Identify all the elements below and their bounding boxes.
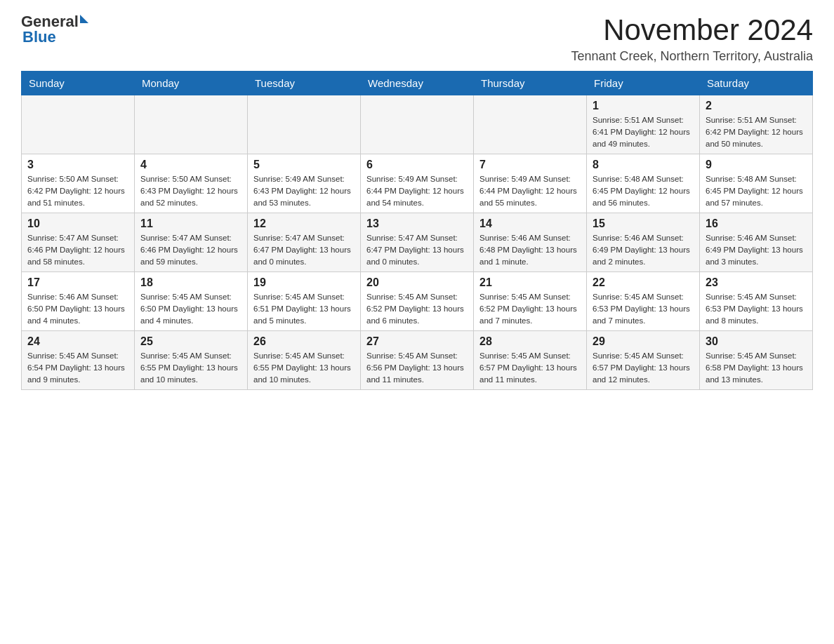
calendar-cell: 14Sunrise: 5:46 AM Sunset: 6:48 PM Dayli… bbox=[474, 213, 587, 272]
page-header: General Blue November 2024 Tennant Creek… bbox=[21, 14, 813, 64]
calendar-cell: 28Sunrise: 5:45 AM Sunset: 6:57 PM Dayli… bbox=[474, 331, 587, 390]
day-number: 27 bbox=[366, 335, 468, 348]
day-info: Sunrise: 5:51 AM Sunset: 6:42 PM Dayligh… bbox=[706, 114, 807, 149]
day-number: 11 bbox=[140, 217, 241, 230]
day-info: Sunrise: 5:45 AM Sunset: 6:53 PM Dayligh… bbox=[706, 291, 807, 326]
day-number: 30 bbox=[706, 335, 807, 348]
calendar-cell: 6Sunrise: 5:49 AM Sunset: 6:44 PM Daylig… bbox=[361, 154, 474, 213]
calendar-cell: 10Sunrise: 5:47 AM Sunset: 6:46 PM Dayli… bbox=[22, 213, 135, 272]
day-number: 12 bbox=[253, 217, 355, 230]
logo-blue-text: Blue bbox=[22, 28, 56, 46]
day-number: 1 bbox=[593, 100, 694, 112]
day-info: Sunrise: 5:50 AM Sunset: 6:42 PM Dayligh… bbox=[27, 173, 128, 208]
day-number: 14 bbox=[479, 217, 581, 230]
day-header-friday: Friday bbox=[587, 72, 700, 95]
day-number: 24 bbox=[27, 335, 128, 348]
day-info: Sunrise: 5:47 AM Sunset: 6:47 PM Dayligh… bbox=[253, 232, 355, 267]
day-info: Sunrise: 5:48 AM Sunset: 6:45 PM Dayligh… bbox=[706, 173, 807, 208]
day-number: 8 bbox=[593, 159, 694, 171]
day-number: 20 bbox=[366, 276, 468, 289]
logo-general-text: General bbox=[21, 14, 79, 29]
calendar-cell: 20Sunrise: 5:45 AM Sunset: 6:52 PM Dayli… bbox=[361, 272, 474, 331]
calendar-cell: 3Sunrise: 5:50 AM Sunset: 6:42 PM Daylig… bbox=[22, 154, 135, 213]
calendar-week-row: 24Sunrise: 5:45 AM Sunset: 6:54 PM Dayli… bbox=[22, 331, 813, 390]
calendar-cell: 16Sunrise: 5:46 AM Sunset: 6:49 PM Dayli… bbox=[700, 213, 813, 272]
month-title: November 2024 bbox=[571, 14, 814, 46]
day-info: Sunrise: 5:49 AM Sunset: 6:43 PM Dayligh… bbox=[253, 173, 355, 208]
day-number: 15 bbox=[593, 217, 694, 230]
day-info: Sunrise: 5:47 AM Sunset: 6:47 PM Dayligh… bbox=[366, 232, 468, 267]
calendar-cell: 17Sunrise: 5:46 AM Sunset: 6:50 PM Dayli… bbox=[22, 272, 135, 331]
day-info: Sunrise: 5:48 AM Sunset: 6:45 PM Dayligh… bbox=[593, 173, 694, 208]
day-header-monday: Monday bbox=[135, 72, 248, 95]
logo: General Blue bbox=[21, 14, 88, 45]
day-number: 9 bbox=[706, 159, 807, 171]
calendar-cell: 11Sunrise: 5:47 AM Sunset: 6:46 PM Dayli… bbox=[135, 213, 248, 272]
day-info: Sunrise: 5:46 AM Sunset: 6:50 PM Dayligh… bbox=[27, 291, 128, 326]
day-info: Sunrise: 5:45 AM Sunset: 6:52 PM Dayligh… bbox=[366, 291, 468, 326]
calendar-week-row: 3Sunrise: 5:50 AM Sunset: 6:42 PM Daylig… bbox=[22, 154, 813, 213]
day-info: Sunrise: 5:46 AM Sunset: 6:49 PM Dayligh… bbox=[706, 232, 807, 267]
calendar-cell: 19Sunrise: 5:45 AM Sunset: 6:51 PM Dayli… bbox=[248, 272, 361, 331]
day-info: Sunrise: 5:46 AM Sunset: 6:48 PM Dayligh… bbox=[479, 232, 581, 267]
day-number: 4 bbox=[140, 159, 241, 171]
location-subtitle: Tennant Creek, Northern Territory, Austr… bbox=[571, 49, 814, 64]
calendar-cell bbox=[474, 95, 587, 154]
day-number: 22 bbox=[593, 276, 694, 289]
day-info: Sunrise: 5:45 AM Sunset: 6:55 PM Dayligh… bbox=[253, 350, 355, 385]
calendar-cell: 30Sunrise: 5:45 AM Sunset: 6:58 PM Dayli… bbox=[700, 331, 813, 390]
calendar-cell: 2Sunrise: 5:51 AM Sunset: 6:42 PM Daylig… bbox=[700, 95, 813, 154]
day-info: Sunrise: 5:47 AM Sunset: 6:46 PM Dayligh… bbox=[140, 232, 241, 267]
calendar-cell: 15Sunrise: 5:46 AM Sunset: 6:49 PM Dayli… bbox=[587, 213, 700, 272]
calendar-cell bbox=[248, 95, 361, 154]
calendar-cell: 9Sunrise: 5:48 AM Sunset: 6:45 PM Daylig… bbox=[700, 154, 813, 213]
calendar-table: SundayMondayTuesdayWednesdayThursdayFrid… bbox=[21, 71, 813, 390]
day-info: Sunrise: 5:45 AM Sunset: 6:57 PM Dayligh… bbox=[593, 350, 694, 385]
calendar-cell: 22Sunrise: 5:45 AM Sunset: 6:53 PM Dayli… bbox=[587, 272, 700, 331]
day-number: 25 bbox=[140, 335, 241, 348]
day-info: Sunrise: 5:45 AM Sunset: 6:52 PM Dayligh… bbox=[479, 291, 581, 326]
calendar-cell bbox=[22, 95, 135, 154]
day-info: Sunrise: 5:45 AM Sunset: 6:53 PM Dayligh… bbox=[593, 291, 694, 326]
day-number: 28 bbox=[479, 335, 581, 348]
title-block: November 2024 Tennant Creek, Northern Te… bbox=[571, 14, 814, 64]
day-number: 6 bbox=[366, 159, 468, 171]
day-number: 10 bbox=[27, 217, 128, 230]
calendar-week-row: 10Sunrise: 5:47 AM Sunset: 6:46 PM Dayli… bbox=[22, 213, 813, 272]
day-number: 5 bbox=[253, 159, 355, 171]
calendar-cell: 29Sunrise: 5:45 AM Sunset: 6:57 PM Dayli… bbox=[587, 331, 700, 390]
calendar-cell: 27Sunrise: 5:45 AM Sunset: 6:56 PM Dayli… bbox=[361, 331, 474, 390]
day-info: Sunrise: 5:47 AM Sunset: 6:46 PM Dayligh… bbox=[27, 232, 128, 267]
day-number: 16 bbox=[706, 217, 807, 230]
day-info: Sunrise: 5:45 AM Sunset: 6:55 PM Dayligh… bbox=[140, 350, 241, 385]
day-number: 21 bbox=[479, 276, 581, 289]
day-info: Sunrise: 5:45 AM Sunset: 6:57 PM Dayligh… bbox=[479, 350, 581, 385]
day-number: 26 bbox=[253, 335, 355, 348]
calendar-cell: 18Sunrise: 5:45 AM Sunset: 6:50 PM Dayli… bbox=[135, 272, 248, 331]
day-number: 13 bbox=[366, 217, 468, 230]
day-info: Sunrise: 5:45 AM Sunset: 6:58 PM Dayligh… bbox=[706, 350, 807, 385]
day-number: 19 bbox=[253, 276, 355, 289]
day-info: Sunrise: 5:46 AM Sunset: 6:49 PM Dayligh… bbox=[593, 232, 694, 267]
day-info: Sunrise: 5:45 AM Sunset: 6:56 PM Dayligh… bbox=[366, 350, 468, 385]
calendar-cell: 8Sunrise: 5:48 AM Sunset: 6:45 PM Daylig… bbox=[587, 154, 700, 213]
day-info: Sunrise: 5:49 AM Sunset: 6:44 PM Dayligh… bbox=[366, 173, 468, 208]
calendar-cell: 23Sunrise: 5:45 AM Sunset: 6:53 PM Dayli… bbox=[700, 272, 813, 331]
day-info: Sunrise: 5:45 AM Sunset: 6:51 PM Dayligh… bbox=[253, 291, 355, 326]
day-number: 18 bbox=[140, 276, 241, 289]
calendar-cell: 5Sunrise: 5:49 AM Sunset: 6:43 PM Daylig… bbox=[248, 154, 361, 213]
day-header-thursday: Thursday bbox=[474, 72, 587, 95]
day-number: 7 bbox=[479, 159, 581, 171]
calendar-cell: 12Sunrise: 5:47 AM Sunset: 6:47 PM Dayli… bbox=[248, 213, 361, 272]
calendar-week-row: 1Sunrise: 5:51 AM Sunset: 6:41 PM Daylig… bbox=[22, 95, 813, 154]
day-number: 29 bbox=[593, 335, 694, 348]
calendar-week-row: 17Sunrise: 5:46 AM Sunset: 6:50 PM Dayli… bbox=[22, 272, 813, 331]
day-info: Sunrise: 5:45 AM Sunset: 6:50 PM Dayligh… bbox=[140, 291, 241, 326]
day-number: 2 bbox=[706, 100, 807, 112]
day-info: Sunrise: 5:50 AM Sunset: 6:43 PM Dayligh… bbox=[140, 173, 241, 208]
day-info: Sunrise: 5:45 AM Sunset: 6:54 PM Dayligh… bbox=[27, 350, 128, 385]
calendar-cell: 21Sunrise: 5:45 AM Sunset: 6:52 PM Dayli… bbox=[474, 272, 587, 331]
calendar-cell: 26Sunrise: 5:45 AM Sunset: 6:55 PM Dayli… bbox=[248, 331, 361, 390]
calendar-cell: 4Sunrise: 5:50 AM Sunset: 6:43 PM Daylig… bbox=[135, 154, 248, 213]
day-header-sunday: Sunday bbox=[22, 72, 135, 95]
